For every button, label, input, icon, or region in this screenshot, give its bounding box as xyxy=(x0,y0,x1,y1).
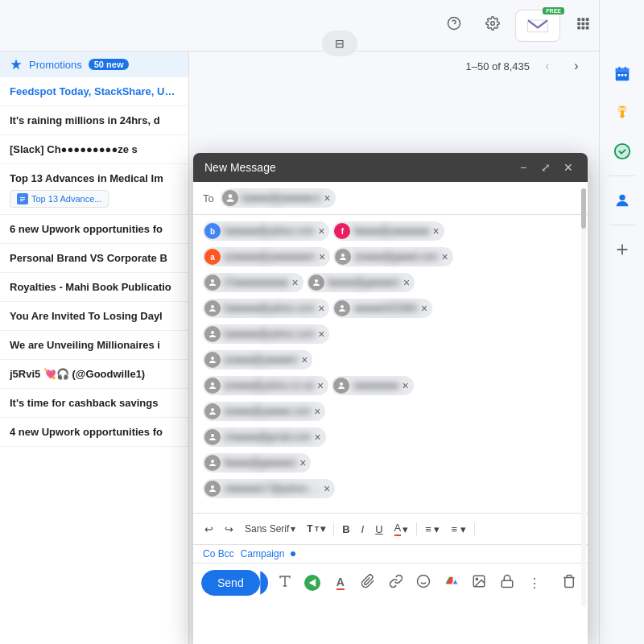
recipient-remove-button[interactable]: × xyxy=(318,225,324,237)
close-button[interactable]: ✕ xyxy=(560,159,576,175)
recipient-remove-button[interactable]: × xyxy=(324,192,331,204)
filter-button[interactable]: ⊟ xyxy=(322,31,357,56)
bold-button[interactable]: B xyxy=(337,520,354,539)
recipient-chip[interactable]: an●●●@y●●●●m × xyxy=(203,350,312,369)
list-item[interactable]: You Are Invited To Losing Dayl xyxy=(0,302,188,331)
recipient-chip[interactable]: ch●●●●@gmail.com × xyxy=(203,427,326,447)
recipient-avatar xyxy=(204,429,221,445)
list-button[interactable]: ≡ ▾ xyxy=(446,520,470,539)
gmail-background: ⊟ FREE xyxy=(0,0,644,644)
font-color-bottom-button[interactable]: A xyxy=(330,570,352,596)
recipient-remove-button[interactable]: × xyxy=(315,431,321,444)
font-size-button[interactable]: TT▾ xyxy=(302,520,330,538)
recipient-chip[interactable]: ba●●●@y●●●●●.k × xyxy=(221,188,336,208)
italic-button[interactable]: I xyxy=(357,520,369,539)
svg-rect-50 xyxy=(502,580,513,587)
recipient-chip[interactable]: f f●●●●@y●●●●●● × xyxy=(332,221,444,241)
recipient-email: an●●●@y●●●●m xyxy=(224,354,298,365)
sidebar-add-button[interactable] xyxy=(605,232,640,267)
recipient-email: ba●●●●@yahoo.com xyxy=(224,225,315,237)
font-family-button[interactable]: Sans Serif ▾ xyxy=(240,520,300,538)
drive-button[interactable] xyxy=(441,570,463,596)
list-item[interactable]: 6 new Upwork opportunities fo xyxy=(0,215,188,244)
recipient-chip[interactable]: f●●●●@g●●●●m × xyxy=(203,453,311,473)
lock-button[interactable] xyxy=(497,570,518,596)
recipient-remove-button[interactable]: × xyxy=(421,302,427,315)
help-button[interactable] xyxy=(438,10,470,42)
recipient-chip[interactable]: ●●●●●HZGMA × xyxy=(332,299,432,318)
sidebar-item-calendar[interactable] xyxy=(605,56,640,92)
list-item[interactable]: 4 new Upwork opportunities fo xyxy=(0,418,188,447)
undo-button[interactable]: ↩ xyxy=(200,520,218,539)
link-button[interactable] xyxy=(386,570,407,596)
recipient-chip[interactable]: b ba●●●●@yahoo.com × xyxy=(203,221,329,241)
formatting-options-button[interactable] xyxy=(275,570,296,596)
recipient-chip[interactable]: ba●●●●@yahoo.com × xyxy=(203,299,329,318)
list-item[interactable]: [Slack] Ch●●●●●●●●●ze s xyxy=(0,135,188,164)
apps-button[interactable] xyxy=(567,10,599,42)
list-item[interactable]: Personal Brand VS Corporate B xyxy=(0,244,188,273)
recipient-chip[interactable]: an●●●@yahoo.co.uk × xyxy=(203,376,328,395)
sidebar-item-contacts[interactable] xyxy=(605,183,640,218)
recipient-chip[interactable]: ni●●●●●17@yahoo.com × xyxy=(203,479,335,498)
recipient-chip[interactable]: Ch●●●●●●●●● × xyxy=(203,273,303,292)
font-color-button[interactable]: A ▾ xyxy=(390,518,414,539)
list-item[interactable]: It's raining millions in 24hrs, d xyxy=(0,106,188,135)
compose-to-section: To ba●●●@y●●●●●.k × xyxy=(193,182,588,215)
recipient-remove-button[interactable]: × xyxy=(314,405,320,418)
underline-button[interactable]: U xyxy=(370,520,387,539)
list-item[interactable]: Royalties - Mahi Book Publicatio xyxy=(0,273,188,302)
pagination-next[interactable]: › xyxy=(565,55,588,77)
attach-icon xyxy=(361,574,375,592)
recipient-remove-button[interactable]: × xyxy=(402,379,409,392)
redo-button[interactable]: ↪ xyxy=(220,520,238,539)
recipient-chip[interactable]: f●●●●@g●●●●m × xyxy=(307,273,415,292)
list-item[interactable]: Top 13 Advances in Medical Im Top 13 Adv… xyxy=(0,164,188,215)
align-button[interactable]: ≡ ▾ xyxy=(420,520,444,539)
attachment-chip[interactable]: Top 13 Advance... xyxy=(10,190,109,208)
recipient-remove-button[interactable]: × xyxy=(318,302,324,315)
recipient-chip[interactable]: an●●●@y●●●●.com × xyxy=(203,402,325,421)
recipient-remove-button[interactable]: × xyxy=(292,276,299,289)
recipient-remove-button[interactable]: × xyxy=(442,250,448,263)
delete-button[interactable] xyxy=(559,570,580,596)
recipient-remove-button[interactable]: × xyxy=(299,456,306,469)
recipient-remove-button[interactable]: × xyxy=(324,482,330,495)
recipient-remove-button[interactable]: × xyxy=(432,225,439,237)
list-item[interactable]: Feedspot Today, StackShare, Up... xyxy=(0,77,188,106)
recipient-avatar xyxy=(204,455,221,471)
list-item[interactable]: j5Rvi5 💘🎧 (@Goodwille1) xyxy=(0,360,188,389)
promotions-header[interactable]: Promotions 50 new xyxy=(0,52,188,77)
recipient-remove-button[interactable]: × xyxy=(318,328,324,341)
scrollbar-thumb[interactable] xyxy=(581,188,586,229)
recipient-remove-button[interactable]: × xyxy=(301,353,308,366)
recipient-remove-button[interactable]: × xyxy=(319,250,325,263)
recipient-chip[interactable]: an●●●@g●●●l.com × xyxy=(333,247,453,266)
recipient-remove-button[interactable]: × xyxy=(317,379,324,392)
recipient-chip[interactable]: n●●●●●●● × xyxy=(332,376,414,395)
recipient-avatar xyxy=(308,275,324,291)
sidebar-item-keep[interactable] xyxy=(605,95,640,130)
recipient-chip[interactable]: a an●●●●@y●●●●●●m × xyxy=(203,247,330,266)
send-button[interactable]: Send xyxy=(201,570,260,596)
list-item[interactable]: It's time for cashback savings xyxy=(0,389,188,418)
list-item[interactable]: We are Unveiling Millionaires i xyxy=(0,331,188,360)
photo-button[interactable] xyxy=(469,570,490,596)
recipients-area[interactable]: b ba●●●●@yahoo.com × f f●●●●@y●●●●●● × a… xyxy=(193,215,588,513)
campaign-label[interactable]: Campaign xyxy=(241,548,285,559)
more-options-button[interactable]: ⋮ xyxy=(524,570,546,596)
pagination-prev[interactable]: ‹ xyxy=(536,55,559,77)
emoji-button[interactable] xyxy=(413,570,435,596)
minimize-button[interactable]: − xyxy=(515,159,531,175)
recipient-avatar: b xyxy=(204,223,221,239)
maximize-button[interactable]: ⤢ xyxy=(538,159,554,175)
gmail-logo-button[interactable]: FREE xyxy=(515,10,560,42)
recipient-remove-button[interactable]: × xyxy=(403,276,410,289)
cc-label[interactable]: Co Bcc xyxy=(203,548,234,559)
settings-button[interactable] xyxy=(477,10,509,42)
send-dropdown-button[interactable]: ▾ xyxy=(260,570,268,596)
gmail-send-button[interactable] xyxy=(302,570,324,596)
attach-button[interactable] xyxy=(357,570,379,596)
sidebar-item-tasks[interactable] xyxy=(605,134,640,169)
recipient-chip[interactable]: ba●●●●@yahoo.com × xyxy=(203,324,329,344)
